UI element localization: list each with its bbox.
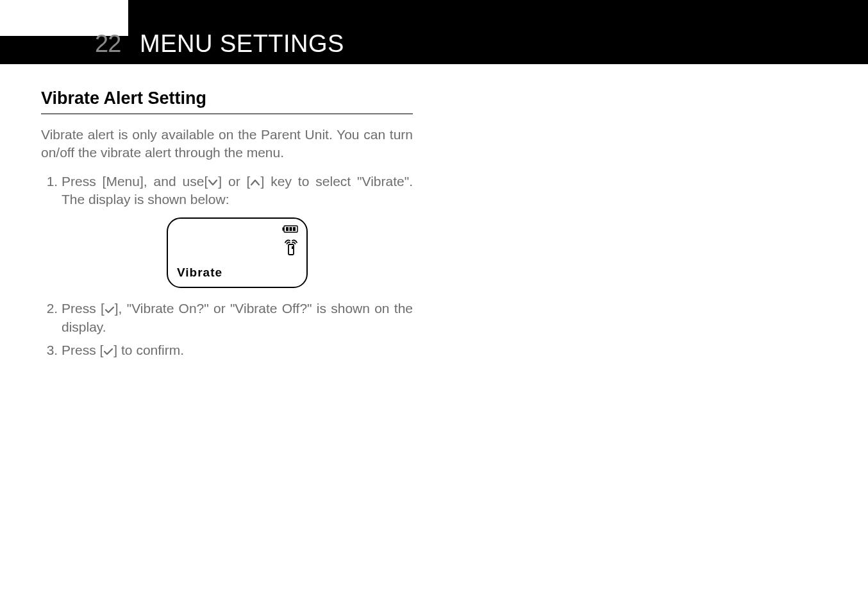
- step-2-text-a: Press [: [62, 301, 104, 316]
- battery-icon: [282, 225, 299, 233]
- screen-label: Vibrate: [177, 264, 222, 281]
- svg-rect-3: [290, 227, 292, 231]
- content-column: Vibrate Alert Setting Vibrate alert is o…: [41, 89, 413, 359]
- device-screen: Vibrate: [167, 217, 308, 288]
- chapter-title: MENU SETTINGS: [140, 30, 344, 58]
- display-illustration: Vibrate: [62, 217, 413, 288]
- step-3-text-a: Press [: [62, 343, 103, 357]
- step-3-text-b: ] to confirm.: [113, 343, 184, 357]
- page-number: 22: [95, 30, 121, 58]
- step-2-text-b: ], "Vibrate On?" or "Vibrate Off?" is sh…: [62, 301, 413, 334]
- svg-rect-5: [288, 244, 294, 255]
- step-1: Press [Menu], and use[] or [] key to sel…: [62, 173, 413, 289]
- check-icon: [103, 347, 113, 356]
- section-intro: Vibrate alert is only available on the P…: [41, 126, 413, 162]
- unit-signal-icon: [283, 238, 299, 256]
- section-title: Vibrate Alert Setting: [41, 89, 413, 114]
- step-2: Press [], "Vibrate On?" or "Vibrate Off?…: [62, 300, 413, 336]
- chevron-down-icon: [208, 178, 218, 187]
- check-icon: [104, 305, 115, 314]
- step-1-text-b: ] or [: [218, 174, 250, 189]
- svg-rect-2: [286, 227, 288, 231]
- svg-rect-1: [283, 228, 285, 231]
- steps-list: Press [Menu], and use[] or [] key to sel…: [41, 173, 413, 360]
- chevron-up-icon: [250, 178, 260, 187]
- step-3: Press [] to confirm.: [62, 341, 413, 359]
- step-1-text-a: Press [Menu], and use[: [62, 174, 208, 189]
- header-bar: 22 MENU SETTINGS: [0, 0, 868, 64]
- svg-rect-4: [293, 227, 296, 231]
- svg-rect-6: [292, 246, 294, 249]
